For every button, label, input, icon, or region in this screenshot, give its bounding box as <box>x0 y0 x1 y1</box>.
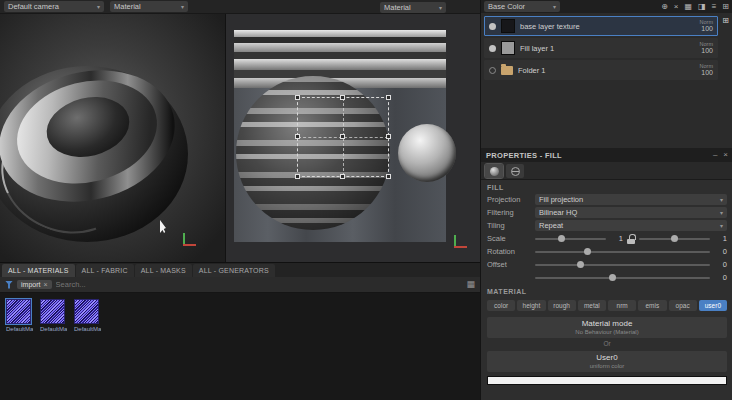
tab-all-fabric[interactable]: ALL - FABRIC <box>76 264 134 277</box>
add-mask-icon[interactable]: ◨ <box>698 3 706 11</box>
asset-label: DefaultMat... <box>74 326 101 332</box>
filter-chip-import[interactable]: import × <box>17 280 52 289</box>
transform-handle[interactable] <box>295 95 300 100</box>
channel-rough-button[interactable]: rough <box>548 300 576 311</box>
uniform-color-swatch[interactable] <box>487 376 727 385</box>
scale-v-slider[interactable] <box>639 234 710 244</box>
shelf-asset-item[interactable]: DefaultMa... <box>6 299 33 332</box>
filter-icon[interactable] <box>5 281 13 289</box>
blend-mode[interactable]: Norm <box>700 41 713 48</box>
minimize-icon[interactable]: – <box>713 151 717 159</box>
transform-handle[interactable] <box>386 134 391 139</box>
chevron-down-icon: ▾ <box>720 196 723 203</box>
layer-row[interactable]: base layer texture Norm 100 <box>484 16 718 36</box>
offset-v-slider[interactable] <box>535 273 710 283</box>
visibility-eye-icon[interactable] <box>489 23 496 30</box>
delete-layer-icon[interactable]: × <box>674 3 679 11</box>
user0-mode-button[interactable]: User0 uniform color <box>487 351 727 372</box>
uv-island-small-circle <box>398 124 456 182</box>
viewport-2d[interactable] <box>226 14 480 262</box>
layer-menu-icon[interactable]: ≡ <box>712 3 717 11</box>
rotation-value[interactable]: 0 <box>714 247 727 256</box>
shelf-search-input[interactable] <box>56 280 463 289</box>
layer-opacity[interactable]: 100 <box>701 69 713 77</box>
transform-handle[interactable] <box>386 174 391 179</box>
offset-v-value[interactable]: 0 <box>714 273 727 282</box>
filtering-dropdown[interactable]: Bilinear HQ ▾ <box>535 207 727 218</box>
tab-material-properties[interactable] <box>485 164 503 178</box>
visibility-eye-off-icon[interactable] <box>489 67 496 74</box>
dock-panel-icon[interactable]: ⊞ <box>722 16 729 25</box>
view2d-mode-dropdown[interactable]: Material ▾ <box>380 2 446 13</box>
add-effect-icon[interactable]: ⊕ <box>661 3 668 11</box>
channel-user0-button[interactable]: user0 <box>699 300 727 311</box>
channel-normal-button[interactable]: nrm <box>608 300 636 311</box>
channel-view-dropdown[interactable]: Base Color ▾ <box>484 1 560 12</box>
transform-pivot-handle[interactable] <box>340 134 345 139</box>
scale-row: Scale 1 1 <box>481 232 732 245</box>
transform-handle[interactable] <box>386 95 391 100</box>
visibility-eye-icon[interactable] <box>489 45 496 52</box>
mouse-cursor-icon <box>160 220 169 233</box>
layer-opacity[interactable]: 100 <box>701 47 713 55</box>
slider-handle[interactable] <box>577 261 584 268</box>
scale-v-value[interactable]: 1 <box>714 234 727 243</box>
fill-section-title: FILL <box>481 180 732 193</box>
lock-icon[interactable] <box>627 234 635 244</box>
layer-thumbnail <box>501 19 515 33</box>
offset-u-value[interactable]: 0 <box>714 260 727 269</box>
channel-height-button[interactable]: height <box>517 300 545 311</box>
painter-app-window: Default camera ▾ Material ▾ Material ▾ <box>0 0 732 400</box>
close-icon[interactable]: × <box>723 151 728 159</box>
transform-handle[interactable] <box>295 174 300 179</box>
filter-chip-label: import <box>21 281 40 288</box>
rotation-slider[interactable] <box>535 247 710 257</box>
scale-label: Scale <box>487 234 531 243</box>
shader-dropdown[interactable]: Material ▾ <box>110 1 188 12</box>
camera-dropdown[interactable]: Default camera ▾ <box>4 1 104 12</box>
channel-emissive-button[interactable]: emis <box>638 300 666 311</box>
chip-close-icon[interactable]: × <box>43 281 47 288</box>
add-fill-layer-icon[interactable]: ▦ <box>685 3 693 11</box>
asset-label: DefaultMat... <box>40 326 67 332</box>
blend-mode[interactable]: Norm <box>700 63 713 70</box>
layer-opacity[interactable]: 100 <box>701 25 713 33</box>
tab-geometry-properties[interactable] <box>506 164 524 178</box>
projection-row: Projection Fill projection ▾ <box>481 193 732 206</box>
scale-u-slider[interactable] <box>535 234 606 244</box>
globe-icon <box>511 167 520 176</box>
tab-all-generators[interactable]: ALL - GENERATORS <box>193 264 275 277</box>
texture-stripe <box>234 59 446 70</box>
viewport-3d[interactable] <box>0 14 226 262</box>
layer-meta: Norm 100 <box>700 41 713 56</box>
offset-u-slider[interactable] <box>535 260 710 270</box>
blend-mode[interactable]: Norm <box>700 19 713 26</box>
tab-all-materials[interactable]: ALL - MATERIALS <box>2 264 75 277</box>
channel-opacity-button[interactable]: opac <box>669 300 697 311</box>
layer-row[interactable]: Folder 1 Norm 100 <box>484 60 718 80</box>
slider-handle[interactable] <box>609 274 616 281</box>
add-folder-icon[interactable]: ⊞ <box>722 3 729 11</box>
slider-handle[interactable] <box>558 235 565 242</box>
user0-title: User0 <box>487 353 727 362</box>
tiling-dropdown[interactable]: Repeat ▾ <box>535 220 727 231</box>
transform-handle[interactable] <box>295 134 300 139</box>
tab-all-masks[interactable]: ALL - MASKS <box>135 264 192 277</box>
transform-handle[interactable] <box>340 95 345 100</box>
material-mode-button[interactable]: Material mode No Behaviour (Material) <box>487 317 727 338</box>
layer-row[interactable]: Fill layer 1 Norm 100 <box>484 38 718 58</box>
channel-metal-button[interactable]: metal <box>578 300 606 311</box>
shelf-asset-item[interactable]: DefaultMat... <box>74 299 101 332</box>
scale-u-value[interactable]: 1 <box>610 234 623 243</box>
projection-dropdown[interactable]: Fill projection ▾ <box>535 194 727 205</box>
layer-thumbnail <box>501 41 515 55</box>
channel-view-label: Base Color <box>488 2 525 11</box>
channel-color-button[interactable]: color <box>487 300 515 311</box>
slider-handle[interactable] <box>584 248 591 255</box>
transform-selection-box[interactable] <box>297 97 389 177</box>
shelf-asset-item[interactable]: DefaultMat... <box>40 299 67 332</box>
grid-view-icon[interactable]: ▦ <box>466 280 475 289</box>
chevron-down-icon: ▾ <box>97 3 100 10</box>
slider-handle[interactable] <box>671 235 678 242</box>
transform-handle[interactable] <box>340 174 345 179</box>
